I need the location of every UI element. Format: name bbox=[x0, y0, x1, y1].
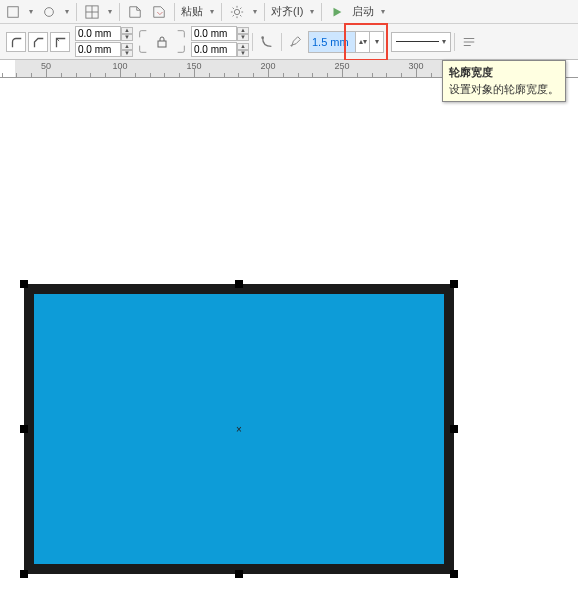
spin-down-icon[interactable]: ▼ bbox=[237, 34, 249, 41]
svg-point-5 bbox=[234, 9, 239, 14]
spin-down-icon[interactable]: ▼ bbox=[121, 34, 133, 41]
dropdown-arrow-icon[interactable]: ▾ bbox=[307, 2, 317, 22]
selection-handle[interactable] bbox=[235, 570, 243, 578]
separator bbox=[76, 3, 77, 21]
svg-rect-0 bbox=[8, 6, 19, 17]
corner-chamfer-button[interactable] bbox=[50, 32, 70, 52]
dropdown-arrow-icon[interactable]: ▾ bbox=[26, 2, 36, 22]
corner-tl-input[interactable] bbox=[75, 26, 121, 41]
dropdown-arrow-icon[interactable]: ▾ bbox=[250, 2, 260, 22]
selection-handle[interactable] bbox=[450, 570, 458, 578]
separator bbox=[454, 33, 455, 51]
line-style-dropdown[interactable]: ▾ bbox=[391, 32, 451, 52]
main-toolbar: ▾ ▾ ▾ 粘贴 ▾ ▾ 对齐(I) ▾ 启动 ▾ bbox=[0, 0, 578, 24]
pen-outline-button[interactable] bbox=[285, 32, 307, 52]
separator bbox=[264, 3, 265, 21]
spin-down-icon[interactable]: ▼ bbox=[121, 50, 133, 57]
tooltip: 轮廓宽度 设置对象的轮廓宽度。 bbox=[442, 60, 566, 102]
outline-width-spin[interactable]: ▴▾ bbox=[355, 32, 369, 52]
corner-scallop-button[interactable] bbox=[28, 32, 48, 52]
tool-button[interactable] bbox=[38, 2, 60, 22]
launch-button[interactable] bbox=[326, 2, 348, 22]
corner-style-group bbox=[2, 32, 74, 52]
separator bbox=[387, 33, 388, 51]
spin-up-icon[interactable]: ▲ bbox=[121, 43, 133, 50]
table-button[interactable] bbox=[81, 2, 103, 22]
svg-point-1 bbox=[45, 7, 54, 16]
canvas[interactable]: × bbox=[0, 78, 578, 600]
selection-handle[interactable] bbox=[20, 280, 28, 288]
corner-radius-right-group: ▲▼ ▲▼ bbox=[191, 26, 249, 58]
outline-width-field: ▴▾ ▾ bbox=[308, 31, 384, 53]
outline-width-input[interactable] bbox=[309, 32, 355, 52]
selection-handle[interactable] bbox=[20, 425, 28, 433]
dropdown-arrow-icon[interactable]: ▾ bbox=[105, 2, 115, 22]
corner-radius-left-group: ▲▼ ▲▼ bbox=[75, 26, 133, 58]
lock-corners-button[interactable] bbox=[153, 32, 171, 52]
line-preview bbox=[396, 41, 439, 42]
separator bbox=[252, 33, 253, 51]
separator bbox=[281, 33, 282, 51]
outline-width-dropdown-icon[interactable]: ▾ bbox=[369, 32, 383, 52]
corner-round-button[interactable] bbox=[6, 32, 26, 52]
corner-tr-icon bbox=[174, 27, 188, 41]
spin-up-icon[interactable]: ▲ bbox=[121, 27, 133, 34]
relative-scaling-button[interactable] bbox=[256, 32, 278, 52]
dropdown-arrow-icon: ▾ bbox=[442, 37, 446, 46]
corner-tl-icon bbox=[136, 27, 150, 41]
spin-down-icon[interactable]: ▼ bbox=[237, 50, 249, 57]
align-label: 对齐(I) bbox=[269, 4, 305, 19]
corner-bl-icon bbox=[136, 42, 150, 56]
dropdown-arrow-icon[interactable]: ▾ bbox=[207, 2, 217, 22]
property-toolbar: ▲▼ ▲▼ ▲▼ ▲▼ ▴▾ ▾ bbox=[0, 24, 578, 60]
selection-handle[interactable] bbox=[20, 570, 28, 578]
tooltip-body: 设置对象的轮廓宽度。 bbox=[449, 82, 559, 97]
selection-center-mark[interactable]: × bbox=[236, 424, 242, 435]
dropdown-arrow-icon[interactable]: ▾ bbox=[378, 2, 388, 22]
dropdown-arrow-icon[interactable]: ▾ bbox=[62, 2, 72, 22]
import-button[interactable] bbox=[124, 2, 146, 22]
separator bbox=[174, 3, 175, 21]
spin-up-icon[interactable]: ▲ bbox=[237, 27, 249, 34]
selection-handle[interactable] bbox=[235, 280, 243, 288]
corner-br-input[interactable] bbox=[191, 42, 237, 57]
corner-br-icon bbox=[174, 42, 188, 56]
ruler-selection-marker bbox=[15, 60, 460, 78]
selection-handle[interactable] bbox=[450, 280, 458, 288]
options-button[interactable] bbox=[226, 2, 248, 22]
corner-bl-input[interactable] bbox=[75, 42, 121, 57]
separator bbox=[119, 3, 120, 21]
tool-button[interactable] bbox=[2, 2, 24, 22]
export-button[interactable] bbox=[148, 2, 170, 22]
svg-rect-6 bbox=[158, 41, 166, 47]
corner-tr-input[interactable] bbox=[191, 26, 237, 41]
paste-label: 粘贴 bbox=[179, 4, 205, 19]
separator bbox=[221, 3, 222, 21]
spin-up-icon[interactable]: ▲ bbox=[237, 43, 249, 50]
launch-label: 启动 bbox=[350, 4, 376, 19]
separator bbox=[321, 3, 322, 21]
tooltip-title: 轮廓宽度 bbox=[449, 65, 559, 80]
selection-handle[interactable] bbox=[450, 425, 458, 433]
text-wrap-button[interactable] bbox=[458, 32, 480, 52]
svg-point-7 bbox=[261, 36, 264, 39]
